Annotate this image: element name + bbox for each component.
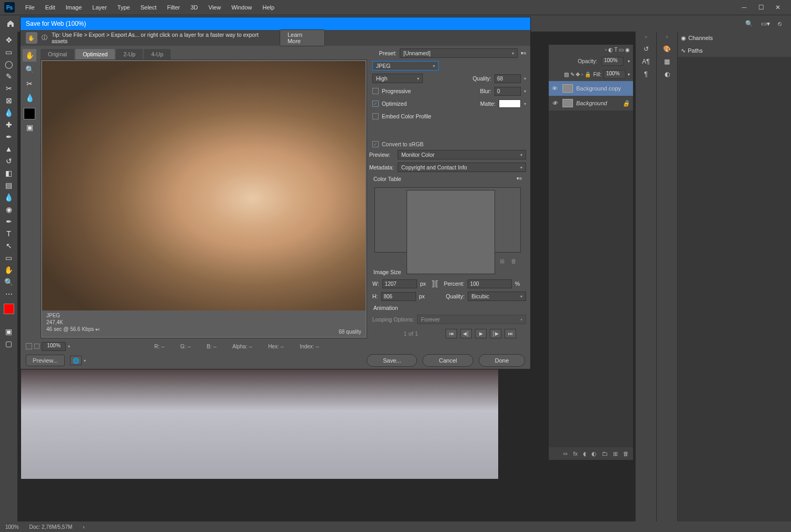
menu-edit[interactable]: Edit: [40, 4, 61, 11]
menu-type[interactable]: Type: [112, 4, 135, 11]
dodge-tool[interactable]: ◉: [2, 204, 16, 215]
h-input[interactable]: [381, 292, 416, 301]
menu-help[interactable]: Help: [258, 4, 280, 11]
menu-image[interactable]: Image: [61, 4, 87, 11]
pen-tool[interactable]: ✒: [2, 216, 16, 227]
srgb-checkbox[interactable]: [372, 141, 379, 147]
more-tools[interactable]: ⋯: [2, 288, 16, 300]
layer-filter-icons[interactable]: ▫ ◐ T ▭ ◉: [605, 47, 630, 53]
toggle-slices-2-checkbox[interactable]: [34, 344, 39, 349]
layer-row-1[interactable]: 👁 Background 🔒: [549, 96, 633, 111]
brush-tool[interactable]: ✒: [2, 131, 16, 143]
dialog-color-swatch[interactable]: [24, 108, 35, 119]
play-button[interactable]: ▶: [475, 329, 487, 338]
dialog-slice-visibility[interactable]: ▣: [23, 121, 36, 134]
menu-window[interactable]: Window: [226, 4, 257, 11]
quick-select-tool[interactable]: ✎: [2, 71, 16, 82]
hand-tool[interactable]: ✋: [2, 264, 16, 276]
matte-arrow[interactable]: ▾: [524, 102, 526, 106]
browser-arrow[interactable]: ▾: [84, 358, 86, 363]
blur-input[interactable]: [495, 87, 521, 96]
format-dropdown[interactable]: JPEG▾: [372, 61, 439, 71]
color-table-grid[interactable]: [407, 190, 495, 274]
foreground-color[interactable]: [4, 304, 14, 314]
dock-handle-2[interactable]: »: [657, 32, 677, 42]
fx-icon[interactable]: fx: [573, 450, 578, 457]
trash-icon[interactable]: 🗑: [623, 450, 629, 457]
adjustments-icon[interactable]: ◐: [665, 71, 670, 78]
percent-input[interactable]: [468, 279, 512, 288]
eraser-tool[interactable]: ◧: [2, 167, 16, 179]
preview-dropdown[interactable]: Monitor Color▾: [398, 150, 526, 159]
zoom-arrow[interactable]: ▾: [68, 344, 70, 349]
fill-input[interactable]: 100%: [604, 70, 626, 79]
lasso-tool[interactable]: ◯: [2, 58, 16, 70]
tab-original[interactable]: Original: [41, 49, 74, 59]
link-icon[interactable]: ⬄: [563, 450, 568, 457]
metadata-dropdown[interactable]: Copyright and Contact Info▾: [398, 163, 526, 172]
prev-frame-button[interactable]: ◀│: [460, 329, 472, 338]
search-icon[interactable]: 🔍: [745, 20, 753, 27]
paragraph-styles-icon[interactable]: ¶: [644, 71, 647, 78]
quick-mask[interactable]: ▣: [2, 326, 16, 337]
history-brush-tool[interactable]: ↺: [2, 155, 16, 167]
dialog-hand-tool[interactable]: ✋: [23, 49, 36, 62]
new-layer-icon[interactable]: ⊞: [613, 450, 618, 457]
move-tool[interactable]: ✥: [2, 34, 16, 46]
color-table-menu[interactable]: ▾≡: [517, 176, 522, 182]
adjustment-icon[interactable]: ◐: [591, 450, 597, 457]
screen-mode[interactable]: ▢: [2, 338, 16, 349]
share-icon[interactable]: ⎋: [778, 20, 782, 27]
dialog-titlebar[interactable]: Save for Web (100%): [21, 17, 530, 30]
folder-icon[interactable]: 🗀: [602, 450, 608, 457]
healing-tool[interactable]: ✚: [2, 119, 16, 131]
rectangle-tool[interactable]: ▭: [2, 252, 16, 264]
status-arrow[interactable]: ›: [83, 524, 84, 530]
menu-layer[interactable]: Layer: [87, 4, 112, 11]
first-frame-button[interactable]: ⏮: [446, 329, 457, 338]
matte-swatch[interactable]: [499, 99, 521, 108]
menu-select[interactable]: Select: [135, 4, 162, 11]
minimize-button[interactable]: ─: [740, 4, 748, 11]
menu-3d[interactable]: 3D: [185, 4, 203, 11]
save-button[interactable]: Save...: [367, 354, 417, 367]
browser-preview-button[interactable]: 🌐: [70, 356, 82, 365]
pf-time-menu[interactable]: ▾≡: [95, 327, 100, 332]
preview-button[interactable]: Preview...: [26, 355, 65, 366]
cancel-button[interactable]: Cancel: [422, 354, 473, 367]
quality-arrow[interactable]: ▾: [524, 76, 526, 81]
resample-dropdown[interactable]: Bicubic▾: [468, 292, 526, 301]
zoom-tool[interactable]: 🔍: [2, 276, 16, 288]
close-button[interactable]: ✕: [774, 4, 782, 11]
tab-2up[interactable]: 2-Up: [116, 49, 143, 59]
embed-checkbox[interactable]: [372, 113, 379, 119]
dock-handle[interactable]: »: [636, 32, 656, 42]
menu-filter[interactable]: Filter: [162, 4, 185, 11]
ct-icon-5[interactable]: 🗑: [511, 258, 517, 265]
eyedropper-tool[interactable]: 💧: [2, 107, 16, 118]
workspace-icon[interactable]: ▭▾: [761, 20, 770, 27]
blur-arrow[interactable]: ▾: [524, 89, 526, 94]
type-tool[interactable]: T: [2, 228, 16, 239]
lock-icons[interactable]: ▨ ✎ ✥ ▫ 🔒: [564, 72, 591, 77]
tab-4up[interactable]: 4-Up: [144, 49, 171, 59]
gradient-tool[interactable]: ▤: [2, 179, 16, 191]
dialog-eyedropper-tool[interactable]: 💧: [23, 92, 36, 104]
swatches-icon[interactable]: ▦: [664, 58, 670, 65]
zoom-input[interactable]: 100%: [42, 342, 66, 351]
frame-tool[interactable]: ⊠: [2, 95, 16, 106]
status-zoom[interactable]: 100%: [5, 524, 19, 530]
preview-image[interactable]: [42, 61, 365, 310]
crop-tool[interactable]: ✂: [2, 83, 16, 94]
toggle-slices-checkbox[interactable]: [26, 343, 32, 349]
history-icon[interactable]: ↺: [644, 45, 649, 53]
maximize-button[interactable]: ☐: [757, 4, 765, 11]
last-frame-button[interactable]: ⏭: [505, 329, 516, 338]
w-input[interactable]: [382, 279, 417, 288]
opacity-input[interactable]: 100%: [601, 57, 624, 66]
tab-optimized[interactable]: Optimized: [75, 49, 115, 59]
menu-file[interactable]: File: [20, 4, 40, 11]
quality-mode-dropdown[interactable]: High▾: [372, 74, 423, 83]
menu-view[interactable]: View: [203, 4, 226, 11]
learn-more-button[interactable]: Learn More: [280, 29, 325, 46]
